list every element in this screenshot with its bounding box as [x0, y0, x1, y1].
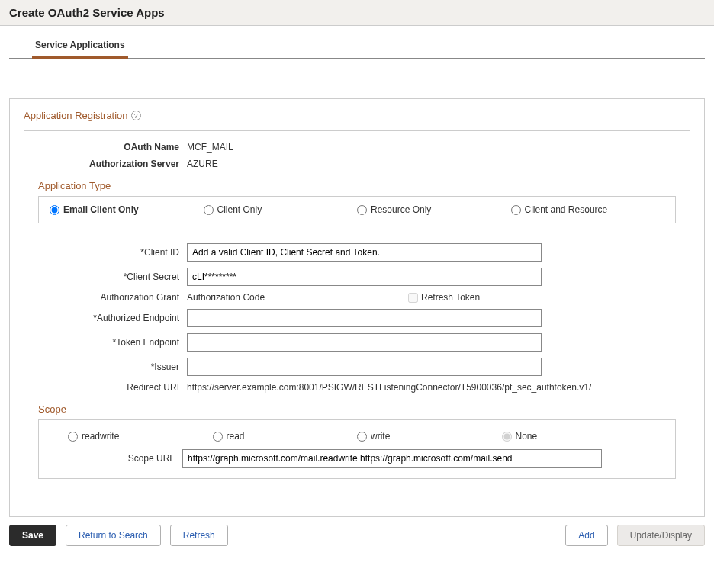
- input-client-secret[interactable]: [187, 268, 542, 286]
- add-button[interactable]: Add: [565, 525, 607, 546]
- row-auth-grant: Authorization Grant Authorization Code R…: [38, 292, 676, 303]
- value-auth-grant: Authorization Code: [187, 292, 339, 303]
- app-type-title: Application Type: [38, 180, 676, 191]
- row-client-secret: *Client Secret: [38, 268, 676, 286]
- radio-resource-only[interactable]: Resource Only: [357, 204, 511, 215]
- scope-radios: readwrite read write None: [53, 431, 661, 449]
- input-issuer[interactable]: [187, 358, 542, 376]
- radio-input-scope-readwrite[interactable]: [68, 432, 78, 442]
- tab-service-applications[interactable]: Service Applications: [32, 35, 128, 59]
- row-issuer: *Issuer: [38, 358, 676, 376]
- label-auth-server: Authorization Server: [38, 159, 187, 169]
- registration-inner: OAuth Name MCF_MAIL Authorization Server…: [24, 130, 690, 493]
- label-client-secret: *Client Secret: [38, 272, 187, 282]
- registration-panel: Application Registration ? OAuth Name MC…: [9, 98, 705, 517]
- radio-label-email-client-only: Email Client Only: [63, 204, 139, 215]
- footer-buttons: Save Return to Search Refresh Add Update…: [9, 517, 705, 554]
- tabs: Service Applications: [9, 35, 705, 59]
- radio-label-scope-read: read: [227, 431, 245, 442]
- radio-client-only[interactable]: Client Only: [204, 204, 358, 215]
- radio-input-scope-write[interactable]: [357, 432, 367, 442]
- radio-label-scope-write: write: [371, 431, 390, 442]
- radio-email-client-only[interactable]: Email Client Only: [50, 204, 204, 215]
- section-title-text: Application Registration: [24, 110, 128, 121]
- input-client-id[interactable]: [187, 243, 542, 262]
- page-title: Create OAuth2 Service Apps: [9, 6, 705, 19]
- scope-box: readwrite read write None: [38, 419, 676, 479]
- row-authorized-endpoint: *Authorized Endpoint: [38, 309, 676, 327]
- refresh-button[interactable]: Refresh: [170, 525, 228, 546]
- row-client-id: *Client ID: [38, 243, 676, 262]
- label-scope-url: Scope URL: [121, 453, 182, 464]
- label-client-id: *Client ID: [38, 247, 187, 258]
- value-auth-server: AZURE: [187, 159, 676, 169]
- label-authorized-endpoint: *Authorized Endpoint: [38, 313, 187, 323]
- checkbox-refresh-token: [408, 293, 418, 303]
- radio-input-resource-only[interactable]: [357, 205, 367, 215]
- label-oauth-name: OAuth Name: [38, 142, 187, 153]
- label-refresh-token: Refresh Token: [421, 292, 480, 303]
- radio-label-scope-none: None: [516, 431, 538, 442]
- radio-client-and-resource[interactable]: Client and Resource: [511, 204, 665, 215]
- row-redirect-uri: Redirect URI https://server.example.com:…: [38, 382, 676, 393]
- radio-scope-write[interactable]: write: [357, 431, 502, 442]
- return-to-search-button[interactable]: Return to Search: [66, 525, 161, 546]
- radio-input-client-only[interactable]: [204, 205, 214, 215]
- radio-input-scope-none: [502, 432, 512, 442]
- row-token-endpoint: *Token Endpoint: [38, 333, 676, 352]
- label-issuer: *Issuer: [38, 361, 187, 372]
- input-token-endpoint[interactable]: [187, 333, 542, 352]
- row-auth-server: Authorization Server AZURE: [38, 159, 676, 169]
- radio-label-client-only: Client Only: [217, 204, 262, 215]
- radio-label-client-and-resource: Client and Resource: [525, 204, 608, 215]
- row-scope-url: Scope URL: [53, 449, 661, 468]
- header-bar: Create OAuth2 Service Apps: [0, 0, 714, 26]
- radio-label-scope-readwrite: readwrite: [82, 431, 119, 442]
- label-auth-grant: Authorization Grant: [38, 292, 187, 303]
- value-redirect-uri: https://server.example.com:8001/PSIGW/RE…: [187, 382, 676, 393]
- label-redirect-uri: Redirect URI: [38, 382, 187, 393]
- radio-scope-read[interactable]: read: [213, 431, 358, 442]
- input-scope-url[interactable]: [182, 449, 602, 468]
- radio-scope-none: None: [502, 431, 647, 442]
- radio-input-scope-read[interactable]: [213, 432, 223, 442]
- main-content: Application Registration ? OAuth Name MC…: [0, 59, 714, 563]
- help-icon[interactable]: ?: [131, 111, 141, 120]
- refresh-token-wrap: Refresh Token: [408, 292, 480, 303]
- input-authorized-endpoint[interactable]: [187, 309, 542, 327]
- value-oauth-name: MCF_MAIL: [187, 142, 676, 153]
- label-token-endpoint: *Token Endpoint: [38, 337, 187, 348]
- row-oauth-name: OAuth Name MCF_MAIL: [38, 142, 676, 153]
- radio-label-resource-only: Resource Only: [371, 204, 431, 215]
- radio-input-email-client-only[interactable]: [50, 205, 60, 215]
- save-button[interactable]: Save: [9, 525, 56, 546]
- radio-input-client-and-resource[interactable]: [511, 205, 521, 215]
- section-title-registration: Application Registration ?: [24, 110, 690, 121]
- app-type-box: Email Client Only Client Only Resource O…: [38, 196, 676, 223]
- update-display-button: Update/Display: [617, 525, 705, 546]
- radio-scope-readwrite[interactable]: readwrite: [68, 431, 213, 442]
- scope-title: Scope: [38, 403, 676, 415]
